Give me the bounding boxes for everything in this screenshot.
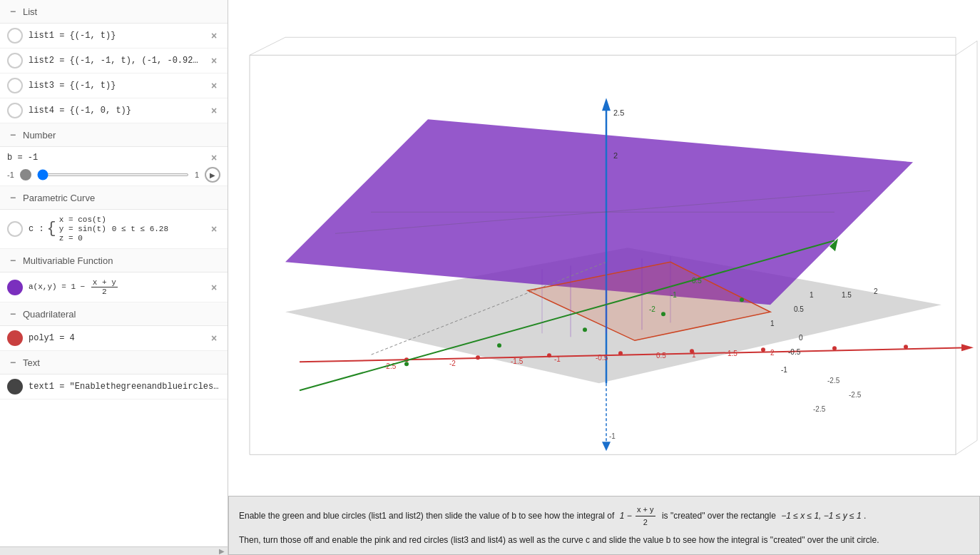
list2-close[interactable]: ×: [208, 54, 220, 67]
annotation-line1: Enable the green and blue circles (list1…: [239, 504, 969, 529]
annotation-formula: 1 − x + y 2: [620, 511, 659, 521]
svg-point-45: [661, 312, 665, 316]
svg-text:2: 2: [874, 287, 878, 295]
curve-c-toggle[interactable]: [7, 221, 23, 237]
svg-point-42: [404, 362, 409, 366]
number-collapse-btn[interactable]: −: [7, 129, 19, 141]
poly1-close[interactable]: ×: [208, 332, 220, 345]
svg-point-46: [740, 297, 744, 302]
svg-text:1: 1: [692, 351, 696, 359]
annotation-line2: Then, turn those off and enable the pink…: [239, 534, 969, 547]
text1-toggle[interactable]: [7, 379, 23, 394]
slider-point: [20, 169, 31, 180]
svg-point-29: [832, 346, 837, 350]
svg-point-28: [761, 347, 765, 352]
poly1-toggle[interactable]: [7, 330, 23, 346]
3d-scene-svg: 2.5 2 -2.5 -2 -1.5 -1 -0.5 0.5 1: [228, 0, 980, 496]
svg-text:2: 2: [770, 349, 775, 357]
list2-item: list2 = {(-1, -1, t), (-1, -0.92, t), (-…: [0, 49, 228, 73]
mv-collapse-btn[interactable]: −: [7, 255, 19, 266]
list4-close[interactable]: ×: [208, 104, 220, 117]
list2-toggle[interactable]: [7, 53, 23, 68]
annotation-denominator: 2: [642, 516, 649, 529]
parametric-collapse-btn[interactable]: −: [7, 192, 19, 203]
svg-text:1.5: 1.5: [842, 291, 852, 299]
brace-icon: {: [47, 221, 56, 237]
list4-label: list4 = {(-1, 0, t)}: [29, 106, 202, 116]
list3-label: list3 = {(-1, t)}: [29, 81, 202, 91]
svg-text:-2: -2: [649, 305, 655, 313]
svg-text:1.5: 1.5: [728, 350, 737, 357]
list1-close[interactable]: ×: [208, 29, 220, 42]
quad-section-header: − Quadrilateral: [0, 302, 228, 326]
text1-label: text1 = "Enablethegreenandblueircles(lis…: [29, 382, 220, 392]
number-section-header: − Number: [0, 123, 228, 147]
svg-text:-1: -1: [781, 366, 787, 374]
svg-text:-2: -2: [449, 360, 456, 367]
mv-section-header: − Multivariable Function: [0, 249, 228, 273]
b-slider-item: b = -1 × -1 1 ▶: [0, 147, 228, 186]
mv-section-label: Multivariable Function: [23, 255, 113, 266]
list2-label: list2 = {(-1, -1, t), (-1, -0.92, t), (-…: [29, 56, 202, 66]
text-collapse-btn[interactable]: −: [7, 357, 19, 368]
func-a-label-left: a(x,y) = 1 −: [29, 282, 85, 291]
svg-point-26: [618, 351, 623, 355]
svg-text:0.5: 0.5: [692, 277, 702, 285]
svg-text:-1: -1: [554, 355, 561, 363]
annotation-box: Enable the green and blue circles (list1…: [228, 496, 980, 555]
list-section-label: List: [23, 6, 37, 17]
list-section-header: − List: [0, 0, 228, 24]
list1-toggle[interactable]: [7, 28, 23, 44]
list-collapse-btn[interactable]: −: [7, 6, 19, 17]
svg-point-24: [476, 355, 480, 360]
svg-text:-2.5: -2.5: [813, 405, 826, 413]
quad-section-label: Quadrilateral: [23, 309, 76, 320]
svg-point-25: [547, 353, 551, 357]
svg-point-43: [497, 343, 501, 347]
func-a-toggle[interactable]: [7, 280, 23, 295]
parametric-section-label: Parametric Curve: [23, 193, 95, 203]
text-section-header: − Text: [0, 351, 228, 375]
quad-collapse-btn[interactable]: −: [7, 308, 19, 320]
svg-text:-1.5: -1.5: [511, 357, 524, 365]
curve-c-close[interactable]: ×: [208, 223, 220, 235]
svg-point-30: [904, 345, 908, 349]
list3-close[interactable]: ×: [208, 79, 220, 92]
annotation-numerator: x + y: [636, 504, 655, 517]
svg-text:0.5: 0.5: [794, 305, 804, 313]
svg-text:2: 2: [613, 151, 618, 160]
svg-text:1: 1: [770, 320, 775, 327]
svg-text:-0.5: -0.5: [596, 354, 608, 362]
func-a-close[interactable]: ×: [208, 281, 220, 294]
svg-text:-2.5: -2.5: [849, 391, 862, 399]
b-close[interactable]: ×: [208, 151, 220, 164]
curve-eq3: z = 0: [59, 234, 106, 243]
annotation-prefix: Enable the green and blue circles (list1…: [239, 511, 614, 521]
annotation-fraction: x + y 2: [636, 504, 655, 529]
func-a-item: a(x,y) = 1 − x + y 2 ×: [0, 273, 228, 302]
svg-text:2.5: 2.5: [613, 108, 624, 117]
svg-text:-1: -1: [670, 291, 677, 299]
b-label: b = -1: [7, 153, 38, 163]
list4-toggle[interactable]: [7, 103, 23, 118]
slider-min-label: -1: [7, 170, 14, 179]
func-a-fraction: x + y 2: [91, 278, 118, 296]
left-panel-scrollbar[interactable]: ▶: [0, 546, 228, 555]
svg-text:-0.5: -0.5: [788, 348, 801, 356]
curve-c-item: c : { x = cos(t) y = sin(t) z = 0 0 ≤ t …: [0, 210, 228, 249]
func-a-denominator: 2: [101, 287, 108, 296]
svg-text:-1: -1: [609, 432, 616, 440]
curve-range: 0 ≤ t ≤ 6.28: [112, 225, 168, 233]
list3-toggle[interactable]: [7, 78, 23, 93]
poly1-label: poly1 = 4: [29, 333, 202, 343]
slider-play-btn[interactable]: ▶: [205, 167, 220, 183]
list3-item: list3 = {(-1, t)} ×: [0, 73, 228, 98]
main-canvas-panel: 2.5 2 -2.5 -2 -1.5 -1 -0.5 0.5 1: [228, 0, 980, 555]
annotation-suffix: is "created" over the rectangle: [662, 511, 776, 521]
number-section-label: Number: [23, 130, 56, 141]
3d-canvas[interactable]: 2.5 2 -2.5 -2 -1.5 -1 -0.5 0.5 1: [228, 0, 980, 496]
annotation-range: −1 ≤ x ≤ 1, −1 ≤ y ≤ 1: [781, 511, 861, 521]
curve-c-name: c :: [29, 224, 44, 234]
slider-max-label: 1: [195, 170, 199, 179]
b-slider-input[interactable]: [37, 173, 189, 176]
